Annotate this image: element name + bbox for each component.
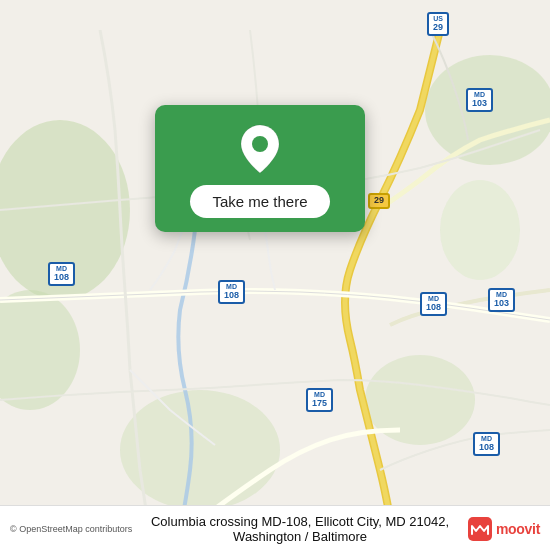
moovit-logo: moovit — [468, 517, 540, 541]
location-icon-wrap — [234, 123, 286, 175]
road-badge-md108-right: MD 108 — [420, 292, 447, 316]
road-badge-md108-botright: MD 108 — [473, 432, 500, 456]
location-description: Columbia crossing MD-108, Ellicott City,… — [138, 514, 462, 544]
osm-attribution: © OpenStreetMap contributors — [10, 524, 132, 534]
svg-point-3 — [440, 180, 520, 280]
take-me-there-button[interactable]: Take me there — [190, 185, 329, 218]
road-badge-md108-left: MD 108 — [48, 262, 75, 286]
action-card: Take me there — [155, 105, 365, 232]
svg-point-1 — [0, 290, 80, 410]
svg-point-7 — [252, 136, 268, 152]
road-badge-md108-center: MD 108 — [218, 280, 245, 304]
moovit-brand-text: moovit — [496, 521, 540, 537]
road-badge-md103-right2: MD 103 — [488, 288, 515, 312]
road-badge-us29-top: US 29 — [427, 12, 449, 36]
road-badge-md175: MD 175 — [306, 388, 333, 412]
road-badge-md103: MD 103 — [466, 88, 493, 112]
map-container: US 29 MD 103 29 MD 108 MD 108 MD 108 MD … — [0, 0, 550, 550]
bottom-bar: © OpenStreetMap contributors Columbia cr… — [0, 505, 550, 550]
moovit-icon — [468, 517, 492, 541]
location-pin-icon — [239, 123, 281, 175]
map-roads — [0, 0, 550, 550]
road-badge-29-yellow: 29 — [368, 193, 390, 209]
